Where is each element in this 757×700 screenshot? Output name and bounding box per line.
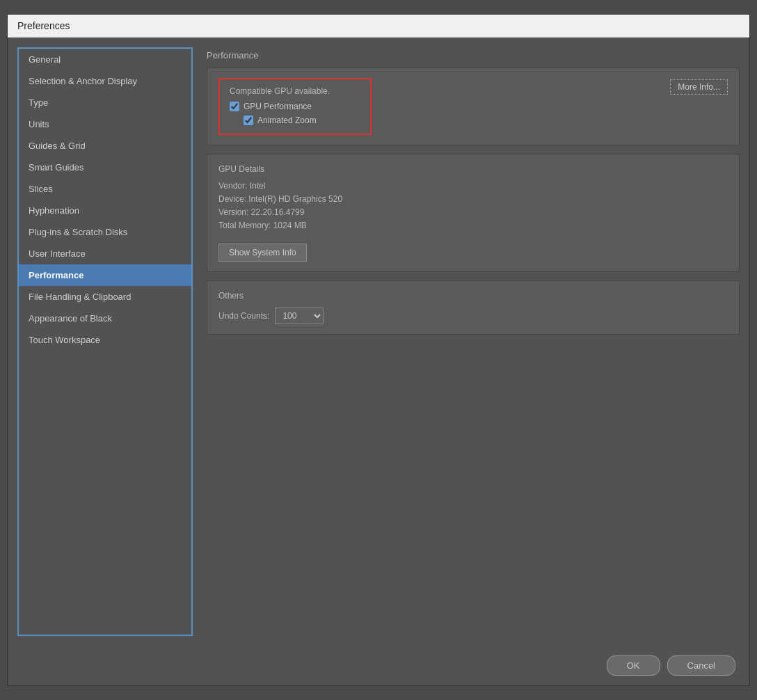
sidebar-item-touch-workspace[interactable]: Touch Workspace (19, 329, 191, 351)
sidebar-item-plug-ins-scratch-disks[interactable]: Plug-ins & Scratch Disks (19, 221, 191, 243)
more-info-button[interactable]: More Info... (670, 79, 728, 95)
animated-zoom-checkbox[interactable] (244, 116, 253, 125)
preferences-dialog: Preferences GeneralSelection & Anchor Di… (7, 14, 750, 686)
gpu-performance-label: GPU Performance (244, 102, 312, 111)
cancel-button[interactable]: Cancel (667, 655, 735, 676)
animated-zoom-label: Animated Zoom (257, 116, 317, 125)
gpu-performance-checkbox[interactable] (230, 102, 239, 111)
gpu-performance-section: Compatible GPU available. GPU Performanc… (207, 67, 740, 145)
sidebar-item-file-handling-clipboard[interactable]: File Handling & Clipboard (19, 286, 191, 308)
gpu-memory: Total Memory: 1024 MB (218, 221, 728, 230)
section-title: Performance (207, 50, 740, 61)
undo-counts-label: Undo Counts: (218, 311, 269, 321)
undo-row: Undo Counts: 100 10 20 50 200 (218, 308, 728, 324)
gpu-details-section: GPU Details Vendor: Intel Device: Intel(… (207, 154, 740, 272)
more-info-area: More Info... (670, 78, 728, 95)
sidebar-item-type[interactable]: Type (19, 92, 191, 113)
sidebar-item-guides-grid[interactable]: Guides & Grid (19, 135, 191, 157)
gpu-performance-checkbox-row: GPU Performance (230, 102, 360, 111)
undo-counts-select[interactable]: 100 10 20 50 200 (275, 308, 324, 324)
gpu-version: Version: 22.20.16.4799 (218, 207, 728, 217)
gpu-details-title: GPU Details (218, 164, 728, 174)
footer: OK Cancel (8, 646, 749, 685)
animated-zoom-checkbox-row: Animated Zoom (244, 116, 360, 125)
sidebar-item-hyphenation[interactable]: Hyphenation (19, 200, 191, 221)
sidebar-item-selection-anchor-display[interactable]: Selection & Anchor Display (19, 70, 191, 92)
gpu-highlight-box: Compatible GPU available. GPU Performanc… (218, 78, 372, 135)
sidebar-item-user-interface[interactable]: User Interface (19, 243, 191, 264)
sidebar-item-smart-guides[interactable]: Smart Guides (19, 157, 191, 178)
compatible-gpu-text: Compatible GPU available. (230, 86, 360, 96)
sidebar-item-appearance-of-black[interactable]: Appearance of Black (19, 308, 191, 329)
gpu-perf-row: Compatible GPU available. GPU Performanc… (218, 78, 728, 135)
sidebar: GeneralSelection & Anchor DisplayTypeUni… (17, 47, 193, 636)
main-panel: Performance Compatible GPU available. GP… (193, 38, 749, 646)
gpu-vendor: Vendor: Intel (218, 181, 728, 191)
sidebar-item-performance[interactable]: Performance (19, 264, 191, 286)
show-system-info-button[interactable]: Show System Info (218, 244, 307, 262)
ok-button[interactable]: OK (607, 655, 660, 676)
content-area: GeneralSelection & Anchor DisplayTypeUni… (8, 38, 749, 646)
others-section: Others Undo Counts: 100 10 20 50 200 (207, 280, 740, 335)
title-bar: Preferences (8, 15, 749, 38)
sidebar-item-slices[interactable]: Slices (19, 178, 191, 200)
sidebar-item-general[interactable]: General (19, 49, 191, 70)
dialog-title: Preferences (17, 20, 70, 31)
gpu-device: Device: Intel(R) HD Graphics 520 (218, 194, 728, 204)
sidebar-item-units[interactable]: Units (19, 113, 191, 135)
others-title: Others (218, 291, 728, 301)
